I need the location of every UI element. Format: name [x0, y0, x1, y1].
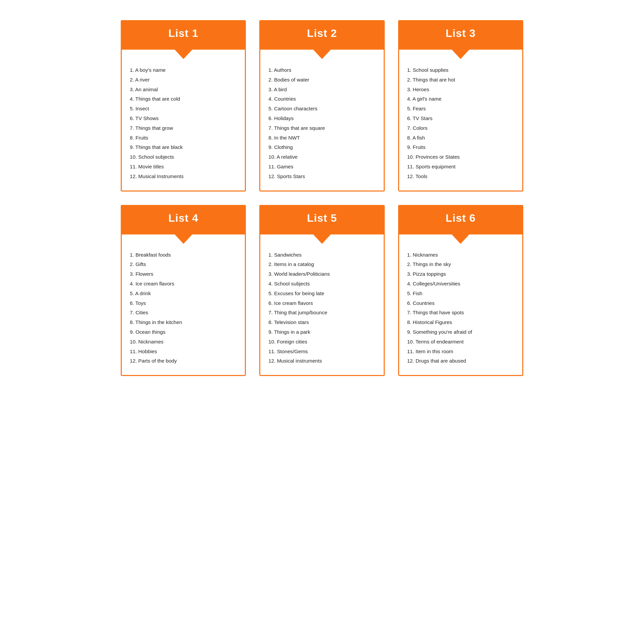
list-items-list5: 1. Sandwiches2. Items in a catalog3. Wor…: [268, 251, 377, 365]
list-item: 11. Movie titles: [130, 163, 238, 171]
list-item: 4. School subjects: [268, 280, 377, 288]
list-item: 1. A boy's name: [130, 66, 238, 74]
list-item: 11. Games: [268, 163, 377, 171]
list-item: 9. Things in a park: [268, 328, 377, 336]
card-header-list4: List 4: [122, 206, 245, 234]
list-item: 5. A drink: [130, 290, 238, 298]
list-item: 4. Countries: [268, 95, 377, 103]
card-title-list2: List 2: [264, 27, 380, 40]
list-item: 7. Cities: [130, 309, 238, 317]
list-item: 9. Clothing: [268, 144, 377, 151]
card-body-list3: 1. School supplies2. Things that are hot…: [399, 50, 522, 191]
list-item: 4. Things that are cold: [130, 95, 238, 103]
list-item: 10. Foreign cities: [268, 338, 377, 346]
list-item: 6. Countries: [407, 300, 516, 307]
list-item: 12. Parts of the body: [130, 357, 238, 365]
card-body-list6: 1. Nicknames2. Things in the sky3. Pizza…: [399, 234, 522, 375]
list-item: 10. Terms of endearment: [407, 338, 516, 346]
list-item: 8. Television stars: [268, 319, 377, 326]
list-item: 12. Tools: [407, 173, 516, 180]
list-items-list4: 1. Breakfast foods2. Gifts3. Flowers4. I…: [130, 251, 238, 365]
list-item: 10. Provinces or States: [407, 153, 516, 161]
list-item: 2. Bodies of water: [268, 76, 377, 84]
list-item: 3. Flowers: [130, 270, 238, 278]
list-item: 12. Drugs that are abused: [407, 357, 516, 365]
list-item: 11. Sports equipment: [407, 163, 516, 171]
list-items-list1: 1. A boy's name2. A river3. An animal4. …: [130, 66, 238, 180]
list-item: 7. Things that grow: [130, 124, 238, 132]
list-item: 2. Things in the sky: [407, 261, 516, 268]
card-header-list1: List 1: [122, 21, 245, 50]
list-item: 3. An animal: [130, 86, 238, 94]
list-item: 6. Holidays: [268, 115, 377, 122]
card-title-list6: List 6: [402, 212, 519, 224]
card-header-list3: List 3: [399, 21, 522, 50]
list-item: 9. Things that are black: [130, 144, 238, 151]
list-item: 6. Ice cream flavors: [268, 300, 377, 307]
list-item: 10. A relative: [268, 153, 377, 161]
list-item: 8. In the NWT: [268, 134, 377, 142]
card-list6: List 61. Nicknames2. Things in the sky3.…: [398, 205, 523, 376]
list-item: 10. School subjects: [130, 153, 238, 161]
list-item: 4. Colleges/Universities: [407, 280, 516, 288]
card-body-list5: 1. Sandwiches2. Items in a catalog3. Wor…: [260, 234, 383, 375]
list-item: 7. Things that have spots: [407, 309, 516, 317]
lists-grid: List 11. A boy's name2. A river3. An ani…: [121, 20, 523, 376]
card-title-list4: List 4: [125, 212, 241, 224]
list-item: 11. Stones/Gems: [268, 348, 377, 356]
list-item: 4. Ice cream flavors: [130, 280, 238, 288]
card-header-list2: List 2: [260, 21, 383, 50]
list-item: 8. Historical Figures: [407, 319, 516, 326]
list-item: 4. A girl's name: [407, 95, 516, 103]
list-item: 9. Fruits: [407, 144, 516, 151]
list-item: 12. Sports Stars: [268, 173, 377, 180]
list-item: 11. Hobbies: [130, 348, 238, 356]
list-items-list6: 1. Nicknames2. Things in the sky3. Pizza…: [407, 251, 516, 365]
list-item: 1. Nicknames: [407, 251, 516, 259]
list-item: 9. Something you're afraid of: [407, 328, 516, 336]
list-item: 2. A river: [130, 76, 238, 84]
list-item: 3. World leaders/Politicians: [268, 270, 377, 278]
list-item: 6. Toys: [130, 300, 238, 307]
card-title-list5: List 5: [264, 212, 380, 224]
card-body-list4: 1. Breakfast foods2. Gifts3. Flowers4. I…: [122, 234, 245, 375]
card-body-list2: 1. Authors2. Bodies of water3. A bird4. …: [260, 50, 383, 191]
list-item: 7. Colors: [407, 124, 516, 132]
list-item: 8. A fish: [407, 134, 516, 142]
list-item: 5. Fish: [407, 290, 516, 298]
list-item: 3. Heroes: [407, 86, 516, 94]
card-list2: List 21. Authors2. Bodies of water3. A b…: [259, 20, 384, 192]
list-item: 5. Fears: [407, 105, 516, 113]
list-item: 12. Musical Instruments: [130, 173, 238, 180]
list-item: 6. TV Shows: [130, 115, 238, 122]
list-item: 12. Musical instruments: [268, 357, 377, 365]
list-item: 7. Things that are square: [268, 124, 377, 132]
list-item: 8. Fruits: [130, 134, 238, 142]
list-item: 6. TV Stars: [407, 115, 516, 122]
card-body-list1: 1. A boy's name2. A river3. An animal4. …: [122, 50, 245, 191]
list-item: 3. A bird: [268, 86, 377, 94]
list-item: 2. Items in a catalog: [268, 261, 377, 268]
list-item: 9. Ocean things: [130, 328, 238, 336]
card-list4: List 41. Breakfast foods2. Gifts3. Flowe…: [121, 205, 246, 376]
list-items-list3: 1. School supplies2. Things that are hot…: [407, 66, 516, 180]
list-item: 1. Authors: [268, 66, 377, 74]
list-item: 5. Insect: [130, 105, 238, 113]
list-item: 2. Gifts: [130, 261, 238, 268]
card-list3: List 31. School supplies2. Things that a…: [398, 20, 523, 192]
card-list5: List 51. Sandwiches2. Items in a catalog…: [259, 205, 384, 376]
list-item: 11. Item in this room: [407, 348, 516, 356]
list-item: 5. Cartoon characters: [268, 105, 377, 113]
list-item: 10. Nicknames: [130, 338, 238, 346]
list-item: 1. Breakfast foods: [130, 251, 238, 259]
list-item: 7. Thing that jump/bounce: [268, 309, 377, 317]
list-item: 1. Sandwiches: [268, 251, 377, 259]
card-list1: List 11. A boy's name2. A river3. An ani…: [121, 20, 246, 192]
list-item: 1. School supplies: [407, 66, 516, 74]
list-item: 8. Things in the kitchen: [130, 319, 238, 326]
card-header-list6: List 6: [399, 206, 522, 234]
card-title-list3: List 3: [402, 27, 519, 40]
list-item: 3. Pizza toppings: [407, 270, 516, 278]
list-items-list2: 1. Authors2. Bodies of water3. A bird4. …: [268, 66, 377, 180]
list-item: 2. Things that are hot: [407, 76, 516, 84]
